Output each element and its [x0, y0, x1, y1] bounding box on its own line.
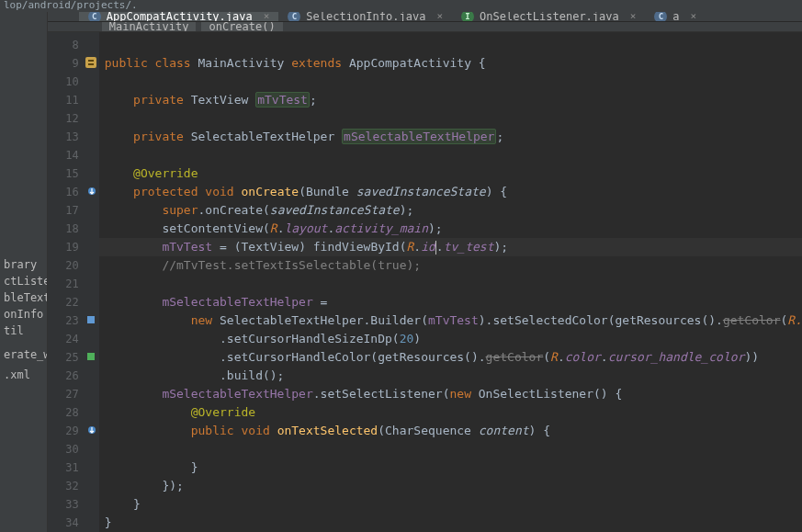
sidebar-item[interactable]: brary: [0, 256, 47, 273]
code-line[interactable]: mSelectableTextHelper.setSelectListener(…: [99, 385, 802, 403]
line-number: 28: [48, 403, 99, 422]
line-number: 31: [48, 458, 99, 477]
line-number: 16: [48, 183, 99, 201]
code-line[interactable]: private TextView mTvTest;: [99, 91, 802, 109]
line-number: 33: [48, 495, 99, 514]
close-icon[interactable]: ×: [264, 12, 270, 22]
editor-tab[interactable]: Ca×: [645, 12, 706, 21]
code-line[interactable]: .setCursorHandleColor(getResources().get…: [99, 348, 802, 367]
code-line[interactable]: [99, 109, 802, 128]
sidebar-item[interactable]: bleTextHelper: [0, 289, 47, 306]
line-number: 18: [48, 220, 99, 238]
code-line[interactable]: @Override: [99, 403, 802, 422]
file-type-icon: C: [654, 12, 667, 22]
file-type-icon: C: [288, 12, 300, 22]
line-number: 21: [48, 275, 99, 293]
line-number: 8: [48, 36, 99, 54]
line-number: 19: [48, 238, 99, 256]
svg-rect-4: [87, 316, 95, 323]
code-line[interactable]: mSelectableTextHelper =: [99, 293, 802, 311]
line-number: 24: [48, 330, 99, 348]
project-path: lop/android/projects/.: [0, 0, 141, 11]
tab-label: OnSelectListener.java: [480, 12, 619, 22]
sidebar-item[interactable]: ctListener: [0, 273, 47, 289]
code-line[interactable]: public class MainActivity extends AppCom…: [99, 54, 802, 73]
line-number: 10: [48, 73, 99, 91]
editor-tab[interactable]: CSelectionInfo.java×: [278, 12, 452, 21]
code-line[interactable]: mTvTest = (TextView) findViewById(R.id.t…: [99, 238, 802, 256]
code-line[interactable]: [99, 275, 802, 293]
sidebar-item[interactable]: onInfo: [0, 306, 47, 323]
code-line[interactable]: .setCursorHandleSizeInDp(20): [99, 330, 802, 348]
line-number: 9: [48, 54, 99, 73]
code-editor[interactable]: 8910111213141516171819202122232425262728…: [48, 32, 802, 532]
tab-label: AppCompatActivity.java: [107, 12, 253, 22]
line-number: 20: [48, 256, 99, 275]
line-number: 27: [48, 385, 99, 403]
line-number: 32: [48, 477, 99, 495]
line-number: 23: [48, 311, 99, 330]
editor-tab[interactable]: IOnSelectListener.java×: [452, 12, 645, 21]
close-icon[interactable]: ×: [691, 12, 697, 22]
breadcrumb-item[interactable]: MainActivity: [102, 22, 197, 32]
code-line[interactable]: [99, 36, 802, 54]
line-number: 17: [48, 201, 99, 220]
sidebar-item[interactable]: erate_windows.xml: [0, 346, 47, 363]
override-icon[interactable]: [87, 187, 96, 196]
tab-label: SelectionInfo.java: [306, 12, 425, 22]
code-line[interactable]: //mTvTest.setTextIsSelectable(true);: [99, 256, 802, 275]
line-number: 34: [48, 514, 99, 532]
code-line[interactable]: new SelectableTextHelper.Builder(mTvTest…: [99, 311, 802, 330]
code-line[interactable]: private SelectableTextHelper mSelectable…: [99, 128, 802, 146]
svg-rect-2: [88, 63, 94, 65]
line-number: 11: [48, 91, 99, 109]
code-line[interactable]: setContentView(R.layout.activity_main);: [99, 220, 802, 238]
override-icon[interactable]: [87, 425, 96, 435]
line-number: 26: [48, 367, 99, 385]
line-number: 12: [48, 109, 99, 128]
code-line[interactable]: [99, 440, 802, 458]
svg-rect-1: [88, 60, 94, 62]
code-line[interactable]: [99, 146, 802, 164]
code-line[interactable]: [99, 73, 802, 91]
breadcrumb: MainActivityonCreate(): [48, 22, 802, 32]
code-area[interactable]: public class MainActivity extends AppCom…: [99, 32, 802, 532]
code-line[interactable]: .build();: [99, 367, 802, 385]
file-type-icon: I: [461, 12, 474, 22]
project-sidebar[interactable]: braryctListenerbleTextHelperonInfotilera…: [0, 12, 48, 532]
line-number: 14: [48, 146, 99, 164]
svg-rect-0: [85, 57, 96, 68]
line-number: 25: [48, 348, 99, 367]
code-line[interactable]: }: [99, 495, 802, 514]
editor-tab[interactable]: CAppCompatActivity.java×: [79, 12, 279, 21]
line-number: 30: [48, 440, 99, 458]
code-line[interactable]: protected void onCreate(Bundle savedInst…: [99, 183, 802, 201]
sidebar-item[interactable]: .xml: [0, 367, 47, 383]
code-line[interactable]: @Override: [99, 164, 802, 183]
close-icon[interactable]: ×: [630, 12, 637, 22]
editor-tabs: CAppCompatActivity.java×CSelectionInfo.j…: [48, 12, 802, 22]
line-gutter: 8910111213141516171819202122232425262728…: [48, 32, 99, 532]
file-type-icon: C: [88, 12, 101, 22]
color-swatch-icon: [85, 350, 97, 363]
code-line[interactable]: }: [99, 514, 802, 532]
line-number: 15: [48, 164, 99, 183]
svg-rect-5: [87, 353, 95, 360]
line-number: 22: [48, 293, 99, 311]
code-line[interactable]: });: [99, 477, 802, 495]
code-line[interactable]: }: [99, 458, 802, 477]
line-number: 29: [48, 422, 99, 440]
breadcrumb-item[interactable]: onCreate(): [201, 22, 282, 32]
code-line[interactable]: super.onCreate(savedInstanceState);: [99, 201, 802, 220]
color-swatch-icon: [85, 313, 97, 326]
close-icon[interactable]: ×: [436, 12, 443, 22]
tab-label: a: [672, 12, 679, 22]
code-line[interactable]: public void onTextSelected(CharSequence …: [99, 422, 802, 440]
sidebar-item[interactable]: til: [0, 323, 47, 339]
structure-icon: [85, 56, 97, 69]
line-number: 13: [48, 128, 99, 146]
